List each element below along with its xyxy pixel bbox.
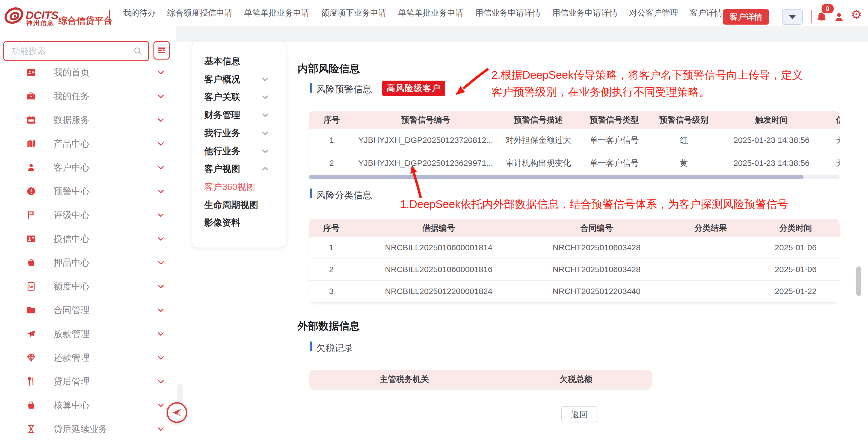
sidebar-item-4[interactable]: 产品中心: [0, 132, 176, 155]
top-menu-item-4[interactable]: 额度项下业务申请: [321, 7, 386, 19]
top-menu-item-8[interactable]: 对公客户管理: [629, 7, 678, 19]
vertical-scrollbar-thumb[interactable]: [856, 266, 861, 296]
sidebar-item-label: 我的任务: [54, 90, 90, 102]
nav-dropdown-button[interactable]: [782, 9, 803, 25]
user-icon: [26, 162, 36, 172]
annotation-2-line2: 客户预警级别，在业务侧执行不同受理策略。: [492, 84, 710, 99]
customer-subnav-card: 基本信息客户概况客户关联财务管理我行业务他行业务客户视图客户360视图生命周期视…: [192, 41, 286, 248]
user-profile-icon[interactable]: [833, 11, 845, 23]
cell: 红: [649, 129, 719, 152]
cell: 2025-01-22: [752, 281, 840, 302]
top-menu-item-1[interactable]: 我的待办: [123, 7, 156, 19]
idcard-icon: [26, 67, 36, 77]
document-icon: W: [26, 282, 36, 291]
tax-arrears-table: 主管税务机关欠税总额: [309, 370, 652, 388]
back-button[interactable]: 返回: [561, 406, 597, 422]
content-top-band: [176, 26, 868, 42]
table-row: 2NRCBILL2025010600001816NRCHT20250106034…: [309, 259, 840, 281]
top-menu-item-7[interactable]: 用信业务申请详情: [552, 7, 618, 19]
subnav-item-label: 客户关联: [204, 91, 240, 103]
subnav-item-10[interactable]: 影像资料: [192, 214, 286, 231]
sidebar-item-16[interactable]: 贷后延续业务: [0, 417, 176, 441]
sidebar-item-8[interactable]: 授信中心: [0, 227, 176, 250]
chevron-down-icon: [157, 92, 165, 100]
sidebar-item-12[interactable]: 放款管理: [0, 322, 176, 346]
chevron-down-icon: [157, 116, 165, 124]
sidebar-item-2[interactable]: 我的任务: [0, 84, 176, 108]
warning-section-label: 风险预警信息: [316, 83, 372, 96]
top-menu-item-5[interactable]: 单笔单批业务申请: [398, 7, 464, 19]
sidebar-item-7[interactable]: 评级中心: [0, 203, 176, 227]
tab-customer-detail-active[interactable]: 客户详情: [723, 9, 769, 25]
sidebar-item-label: 贷后延续业务: [54, 423, 107, 435]
hamburger-icon: [156, 45, 167, 56]
sidebar-item-3[interactable]: 数据服务: [0, 108, 176, 132]
column-header: 分类结果: [670, 219, 752, 237]
sidebar-item-9[interactable]: 押品中心: [0, 250, 176, 274]
sidebar-item-5[interactable]: 客户中心: [0, 155, 176, 179]
column-header: 预警信号类型: [580, 111, 649, 129]
top-menu-item-9[interactable]: 客户详情: [690, 7, 722, 19]
menu-collapse-button[interactable]: [153, 41, 170, 60]
sidebar-item-13[interactable]: 还款管理: [0, 346, 176, 369]
external-data-title: 外部数据信息: [298, 319, 360, 333]
notification-badge: 0: [821, 3, 834, 14]
sidebar-item-14[interactable]: 贷后管理: [0, 369, 176, 393]
sidebar-item-10[interactable]: W额度中心: [0, 274, 176, 298]
internal-risk-title: 内部风险信息: [298, 62, 360, 76]
classify-section-label: 风险分类信息: [316, 189, 372, 202]
subnav-item-8[interactable]: 客户360视图: [192, 179, 286, 195]
content-divider: [291, 42, 292, 444]
subnav-item-6[interactable]: 他行业务: [192, 143, 286, 159]
utensils-icon: [26, 377, 36, 386]
chevron-down-icon: [157, 306, 165, 314]
sidebar-item-15[interactable]: 核算中心: [0, 393, 176, 417]
subnav-item-2[interactable]: 客户概况: [192, 71, 286, 87]
cell: 1: [309, 237, 354, 259]
subnav-item-label: 我行业务: [204, 127, 240, 139]
column-header: 预警信号级别: [649, 111, 719, 129]
chevron-up-icon: [261, 165, 269, 173]
subnav-item-1[interactable]: 基本信息: [192, 53, 286, 69]
chevron-down-icon: [157, 164, 165, 172]
top-menu-item-6[interactable]: 用信业务申请详情: [475, 7, 540, 19]
table-row: 2YJBHYJXH_DGP20250123629971...审计机构出现变化单一…: [309, 152, 840, 175]
column-header: 预警信号编号: [354, 111, 497, 129]
cell: [670, 281, 752, 302]
map-icon: [26, 139, 36, 149]
risk-classification-table: 序号借据编号合同编号分类结果分类时间1NRCBILL20250106000018…: [309, 219, 840, 302]
top-menu: 我的待办综合额度授信申请单笔单批业务申请额度项下业务申请单笔单批业务申请用信业务…: [123, 0, 722, 26]
tax-section-label: 欠税记录: [316, 342, 353, 354]
sidebar-item-11[interactable]: 合同管理: [0, 298, 176, 322]
sidebar-item-1[interactable]: 我的首页: [0, 60, 176, 84]
cell: 单一客户信号: [580, 129, 649, 152]
top-menu-item-3[interactable]: 单笔单批业务申请: [244, 7, 310, 19]
sidebar-item-6[interactable]: 预警中心: [0, 179, 176, 203]
subnav-item-5[interactable]: 我行业务: [192, 125, 286, 141]
chevron-down-icon: [157, 235, 165, 243]
column-header: 信: [824, 111, 840, 129]
subnav-item-7[interactable]: 客户视图: [192, 161, 286, 177]
subnav-item-9[interactable]: 生命周期视图: [192, 197, 286, 213]
sidebar-item-label: 押品中心: [54, 256, 90, 269]
annotation-arrow-2: [463, 69, 488, 89]
subnav-item-label: 影像资料: [204, 217, 240, 229]
sidebar-item-label: 预警中心: [54, 185, 90, 197]
horizontal-scrollbar-thumb[interactable]: [309, 175, 804, 179]
subnav-item-4[interactable]: 财务管理: [192, 107, 286, 123]
sidebar-item-label: 数据服务: [54, 114, 90, 126]
sidebar-item-label: 客户中心: [54, 161, 90, 174]
search-input[interactable]: [11, 44, 127, 58]
svg-text:W: W: [29, 284, 33, 289]
brand-divider: [109, 10, 110, 24]
subnav-item-label: 生命周期视图: [204, 199, 258, 211]
sidebar-collapse-button[interactable]: [166, 402, 187, 423]
top-menu-item-2[interactable]: 综合额度授信申请: [167, 7, 232, 19]
paper-plane-left-icon: [171, 407, 183, 419]
column-header: 合同编号: [523, 219, 670, 237]
sidebar-item-label: 产品中心: [54, 138, 90, 150]
subnav-item-3[interactable]: 客户关联: [192, 89, 286, 105]
sidebar-item-label: 还款管理: [54, 351, 90, 364]
chevron-down-icon: [157, 354, 165, 362]
settings-gear-icon[interactable]: ⚙: [851, 8, 862, 21]
